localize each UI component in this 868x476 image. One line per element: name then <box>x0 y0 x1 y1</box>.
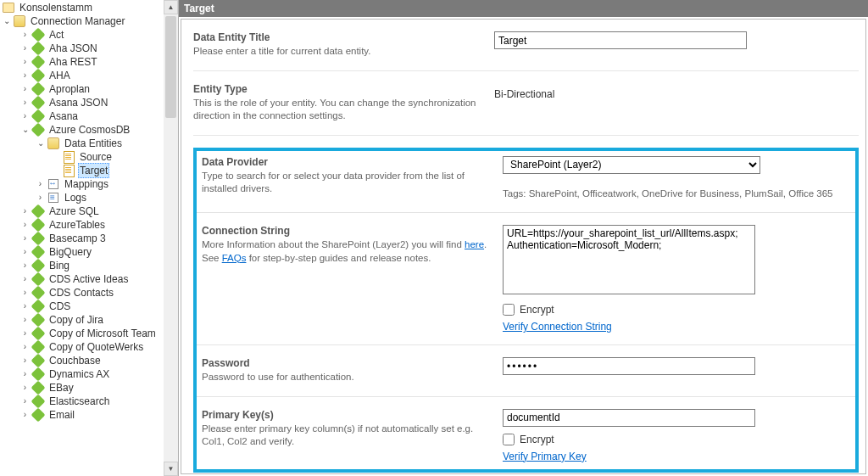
expander-icon[interactable]: › <box>20 275 30 284</box>
node-icon <box>31 300 45 313</box>
verify-primary-key-link[interactable]: Verify Primary Key <box>503 451 587 462</box>
page-title: Target <box>184 3 214 14</box>
expander-icon[interactable]: › <box>20 58 30 67</box>
node-icon <box>31 232 45 245</box>
node-icon <box>31 42 45 55</box>
tree-item-cds-contacts[interactable]: ›CDS Contacts <box>0 286 178 300</box>
expander-icon[interactable]: › <box>20 302 30 311</box>
scroll-down-button[interactable]: ▼ <box>164 462 178 476</box>
tree-item-copy-jira[interactable]: ›Copy of Jira <box>0 313 178 327</box>
expander-icon[interactable]: › <box>20 316 30 325</box>
tree-item-azure-sql[interactable]: ›Azure SQL <box>0 204 178 218</box>
tree-item-basecamp[interactable]: ›Basecamp 3 <box>0 232 178 245</box>
expander-icon[interactable]: › <box>20 411 30 420</box>
section-data-provider: Data Provider Type to search for or sele… <box>197 156 855 214</box>
node-icon <box>31 245 45 259</box>
tree-item-copy-msteam[interactable]: ›Copy of Microsoft Team <box>0 327 178 340</box>
tree-item-bigquery[interactable]: ›BigQuery <box>0 245 178 259</box>
expander-icon[interactable]: › <box>20 356 30 366</box>
tree-item-cds-active[interactable]: ›CDS Active Ideas <box>0 272 178 286</box>
encrypt-conn-checkbox[interactable] <box>503 304 515 316</box>
expander-icon[interactable]: › <box>20 397 30 406</box>
expander-icon[interactable]: › <box>20 112 30 121</box>
tree-item-elastic[interactable]: ›Elasticsearch <box>0 395 178 408</box>
tree-item-asana[interactable]: ›Asana <box>0 109 178 123</box>
entity-type-desc: This is the role of your entity. You can… <box>193 97 484 123</box>
data-provider-select[interactable]: SharePoint (Layer2) <box>503 156 760 174</box>
tree-item-email[interactable]: ›Email <box>0 408 178 422</box>
tree-connection-manager[interactable]: ⌄ Connection Manager <box>0 14 178 28</box>
expander-icon[interactable]: ⌄ <box>2 17 11 26</box>
form-panel: Data Entity Title Please enter a title f… <box>181 19 866 474</box>
tree-item-copy-quote[interactable]: ›Copy of QuoteWerks <box>0 340 178 354</box>
node-icon <box>31 204 45 218</box>
expander-icon[interactable]: › <box>20 261 30 271</box>
expander-icon[interactable]: › <box>20 343 30 352</box>
tree-item-cds[interactable]: ›CDS <box>0 300 178 313</box>
section-password: Password Password to use for authenticat… <box>197 357 855 397</box>
node-icon <box>31 381 45 395</box>
expander-icon[interactable]: › <box>20 288 30 298</box>
scroll-up-button[interactable]: ▲ <box>164 0 178 14</box>
primary-key-input[interactable] <box>503 409 755 427</box>
encrypt-pk-checkbox[interactable] <box>503 434 515 445</box>
tree-item-source[interactable]: ›Source <box>0 150 178 164</box>
node-icon <box>31 259 45 272</box>
here-link[interactable]: here <box>465 239 484 249</box>
section-primary-key: Primary Key(s) Please enter primary key … <box>197 409 855 464</box>
data-entity-title-input[interactable] <box>494 31 747 49</box>
tree-item-aproplan[interactable]: ›Aproplan <box>0 82 178 96</box>
verify-connection-link[interactable]: Verify Connection String <box>503 321 612 333</box>
expander-icon[interactable]: › <box>20 248 30 257</box>
tree-item-dynamics-ax[interactable]: ›Dynamics AX <box>0 367 178 381</box>
expander-icon[interactable]: ⌄ <box>36 139 45 148</box>
expander-icon[interactable]: › <box>20 370 30 379</box>
expander-icon[interactable]: › <box>20 207 30 216</box>
expander-icon[interactable]: › <box>20 384 30 393</box>
node-icon <box>31 123 45 137</box>
node-icon <box>31 313 45 327</box>
tree-item-ebay[interactable]: ›EBay <box>0 381 178 395</box>
password-input[interactable] <box>503 357 755 375</box>
expander-icon[interactable]: ⌄ <box>20 126 30 135</box>
expander-icon[interactable]: › <box>36 193 45 203</box>
expander-icon[interactable]: › <box>20 44 30 53</box>
node-icon <box>31 109 45 123</box>
connection-string-input[interactable] <box>503 225 755 294</box>
tree-item-act[interactable]: ›Act <box>0 28 178 42</box>
tree-item-azure-cosmos[interactable]: ⌄Azure CosmosDB <box>0 123 178 137</box>
tree-item-aha-rest[interactable]: ›Aha REST <box>0 55 178 69</box>
expander-icon[interactable]: › <box>20 98 30 108</box>
tree-item-aha[interactable]: ›AHA <box>0 69 178 82</box>
node-icon <box>31 272 45 286</box>
section-data-entity-title: Data Entity Title Please enter a title f… <box>193 31 859 71</box>
expander-icon[interactable]: › <box>20 221 30 230</box>
tree-item-bing[interactable]: ›Bing <box>0 259 178 272</box>
tree-item-mappings[interactable]: ›Mappings <box>0 177 178 191</box>
expander-icon[interactable]: › <box>20 85 30 94</box>
node-icon <box>31 69 45 82</box>
tree-item-logs[interactable]: ›Logs <box>0 191 178 204</box>
tree-root[interactable]: Konsolenstamm <box>0 1 178 14</box>
scroll-track[interactable] <box>164 14 178 462</box>
password-label: Password <box>202 357 492 369</box>
expander-icon[interactable]: › <box>20 71 30 81</box>
connection-string-desc: More Information about the SharePoint (L… <box>202 238 492 265</box>
scroll-thumb[interactable] <box>165 16 176 118</box>
tree-item-asana-json[interactable]: ›Asana JSON <box>0 96 178 109</box>
data-provider-tags: Tags: SharePoint, Officeatwork, OneDrive… <box>503 188 840 201</box>
tree-panel: Konsolenstamm ⌄ Connection Manager ›Act … <box>0 0 179 476</box>
tree-item-target[interactable]: ›Target <box>0 164 178 177</box>
tree-item-couchbase[interactable]: ›Couchbase <box>0 354 178 367</box>
expander-icon[interactable]: › <box>36 180 45 189</box>
expander-icon[interactable]: › <box>20 329 30 339</box>
tree-item-data-entities[interactable]: ⌄Data Entities <box>0 137 178 150</box>
tree-scrollbar[interactable]: ▲ ▼ <box>164 0 178 476</box>
tree-item-aha-json[interactable]: ›Aha JSON <box>0 42 178 55</box>
node-icon <box>31 218 45 232</box>
expander-icon[interactable]: › <box>20 234 30 244</box>
tree-item-azure-tables[interactable]: ›AzureTables <box>0 218 178 232</box>
faqs-link[interactable]: FAQs <box>222 253 247 263</box>
expander-icon[interactable]: › <box>20 31 30 40</box>
encrypt-conn-label: Encrypt <box>520 304 554 316</box>
